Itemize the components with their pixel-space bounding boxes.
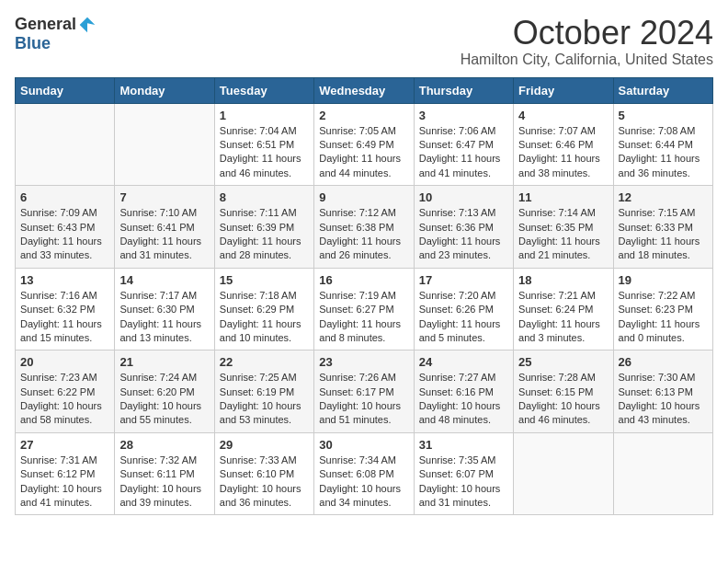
- day-number: 18: [518, 273, 608, 287]
- day-info: Sunrise: 7:13 AMSunset: 6:36 PMDaylight:…: [419, 206, 508, 263]
- header-cell-saturday: Saturday: [613, 77, 712, 103]
- day-info: Sunrise: 7:19 AMSunset: 6:27 PMDaylight:…: [319, 289, 408, 346]
- logo-icon: [78, 16, 97, 34]
- day-number: 4: [518, 109, 608, 122]
- calendar-body: 1Sunrise: 7:04 AMSunset: 6:51 PMDaylight…: [16, 103, 713, 515]
- calendar-cell: 28Sunrise: 7:32 AMSunset: 6:11 PMDayligh…: [115, 432, 214, 515]
- day-info: Sunrise: 7:06 AMSunset: 6:47 PMDaylight:…: [419, 124, 508, 181]
- day-info: Sunrise: 7:05 AMSunset: 6:49 PMDaylight:…: [319, 124, 408, 181]
- day-number: 2: [319, 109, 408, 122]
- day-info: Sunrise: 7:21 AMSunset: 6:24 PMDaylight:…: [518, 289, 608, 346]
- day-number: 10: [419, 190, 508, 204]
- header-cell-wednesday: Wednesday: [314, 77, 414, 103]
- calendar-cell: [115, 103, 214, 186]
- logo-general-text: General: [15, 15, 76, 34]
- calendar-cell: 27Sunrise: 7:31 AMSunset: 6:12 PMDayligh…: [16, 432, 115, 515]
- day-number: 17: [419, 273, 508, 287]
- day-info: Sunrise: 7:35 AMSunset: 6:07 PMDaylight:…: [419, 454, 508, 511]
- calendar-cell: [514, 432, 613, 515]
- calendar-cell: 24Sunrise: 7:27 AMSunset: 6:16 PMDayligh…: [414, 350, 513, 433]
- day-number: 12: [619, 190, 708, 204]
- day-info: Sunrise: 7:14 AMSunset: 6:35 PMDaylight:…: [518, 206, 608, 263]
- day-number: 25: [518, 355, 608, 369]
- day-info: Sunrise: 7:15 AMSunset: 6:33 PMDaylight:…: [619, 206, 708, 263]
- calendar-cell: 4Sunrise: 7:07 AMSunset: 6:46 PMDaylight…: [514, 103, 613, 186]
- calendar-cell: 25Sunrise: 7:28 AMSunset: 6:15 PMDayligh…: [514, 350, 613, 433]
- calendar-cell: 16Sunrise: 7:19 AMSunset: 6:27 PMDayligh…: [314, 268, 414, 350]
- calendar-cell: 21Sunrise: 7:24 AMSunset: 6:20 PMDayligh…: [115, 350, 214, 433]
- calendar-cell: 10Sunrise: 7:13 AMSunset: 6:36 PMDayligh…: [414, 186, 513, 269]
- day-info: Sunrise: 7:33 AMSunset: 6:10 PMDaylight:…: [220, 454, 309, 511]
- calendar-cell: 6Sunrise: 7:09 AMSunset: 6:43 PMDaylight…: [16, 186, 115, 269]
- week-row-2: 6Sunrise: 7:09 AMSunset: 6:43 PMDaylight…: [16, 186, 713, 269]
- calendar-cell: 15Sunrise: 7:18 AMSunset: 6:29 PMDayligh…: [214, 268, 313, 350]
- week-row-5: 27Sunrise: 7:31 AMSunset: 6:12 PMDayligh…: [16, 432, 713, 515]
- day-number: 8: [220, 190, 309, 204]
- day-info: Sunrise: 7:09 AMSunset: 6:43 PMDaylight:…: [20, 206, 109, 263]
- header-cell-friday: Friday: [514, 77, 613, 103]
- calendar-table: SundayMondayTuesdayWednesdayThursdayFrid…: [15, 77, 713, 516]
- day-info: Sunrise: 7:20 AMSunset: 6:26 PMDaylight:…: [419, 289, 508, 346]
- calendar-cell: 17Sunrise: 7:20 AMSunset: 6:26 PMDayligh…: [414, 268, 513, 350]
- logo-blue-text: Blue: [15, 34, 51, 52]
- day-number: 28: [119, 438, 209, 452]
- day-number: 19: [619, 273, 708, 287]
- header-cell-sunday: Sunday: [16, 77, 115, 103]
- day-number: 22: [220, 355, 309, 369]
- calendar-cell: 31Sunrise: 7:35 AMSunset: 6:07 PMDayligh…: [414, 432, 513, 515]
- calendar-cell: 7Sunrise: 7:10 AMSunset: 6:41 PMDaylight…: [115, 186, 214, 269]
- day-number: 3: [419, 109, 508, 122]
- calendar-cell: 22Sunrise: 7:25 AMSunset: 6:19 PMDayligh…: [214, 350, 313, 433]
- calendar-cell: 29Sunrise: 7:33 AMSunset: 6:10 PMDayligh…: [214, 432, 313, 515]
- calendar-cell: 2Sunrise: 7:05 AMSunset: 6:49 PMDaylight…: [314, 103, 414, 186]
- week-row-1: 1Sunrise: 7:04 AMSunset: 6:51 PMDaylight…: [16, 103, 713, 186]
- day-number: 14: [119, 273, 209, 287]
- day-number: 21: [119, 355, 209, 369]
- day-number: 24: [419, 355, 508, 369]
- day-info: Sunrise: 7:25 AMSunset: 6:19 PMDaylight:…: [220, 371, 309, 428]
- day-number: 1: [220, 109, 309, 122]
- calendar-cell: 14Sunrise: 7:17 AMSunset: 6:30 PMDayligh…: [115, 268, 214, 350]
- logo: General Blue: [15, 15, 97, 53]
- calendar-cell: 18Sunrise: 7:21 AMSunset: 6:24 PMDayligh…: [514, 268, 613, 350]
- calendar-cell: 13Sunrise: 7:16 AMSunset: 6:32 PMDayligh…: [16, 268, 115, 350]
- calendar-cell: 19Sunrise: 7:22 AMSunset: 6:23 PMDayligh…: [613, 268, 712, 350]
- day-number: 9: [319, 190, 408, 204]
- day-number: 6: [20, 190, 109, 204]
- calendar-cell: [16, 103, 115, 186]
- day-info: Sunrise: 7:32 AMSunset: 6:11 PMDaylight:…: [119, 454, 209, 511]
- day-info: Sunrise: 7:31 AMSunset: 6:12 PMDaylight:…: [20, 454, 109, 511]
- day-number: 7: [119, 190, 209, 204]
- calendar-cell: 26Sunrise: 7:30 AMSunset: 6:13 PMDayligh…: [613, 350, 712, 433]
- calendar-cell: 11Sunrise: 7:14 AMSunset: 6:35 PMDayligh…: [514, 186, 613, 269]
- day-info: Sunrise: 7:24 AMSunset: 6:20 PMDaylight:…: [119, 371, 209, 428]
- day-info: Sunrise: 7:07 AMSunset: 6:46 PMDaylight:…: [518, 124, 608, 181]
- calendar-cell: 1Sunrise: 7:04 AMSunset: 6:51 PMDaylight…: [214, 103, 313, 186]
- day-number: 16: [319, 273, 408, 287]
- day-number: 27: [20, 438, 109, 452]
- header-cell-tuesday: Tuesday: [214, 77, 313, 103]
- calendar-cell: 5Sunrise: 7:08 AMSunset: 6:44 PMDaylight…: [613, 103, 712, 186]
- day-info: Sunrise: 7:27 AMSunset: 6:16 PMDaylight:…: [419, 371, 508, 428]
- calendar-header: SundayMondayTuesdayWednesdayThursdayFrid…: [16, 77, 713, 103]
- day-number: 13: [20, 273, 109, 287]
- day-info: Sunrise: 7:04 AMSunset: 6:51 PMDaylight:…: [220, 124, 309, 181]
- calendar-cell: 3Sunrise: 7:06 AMSunset: 6:47 PMDaylight…: [414, 103, 513, 186]
- calendar-cell: 30Sunrise: 7:34 AMSunset: 6:08 PMDayligh…: [314, 432, 414, 515]
- week-row-3: 13Sunrise: 7:16 AMSunset: 6:32 PMDayligh…: [16, 268, 713, 350]
- calendar-cell: 23Sunrise: 7:26 AMSunset: 6:17 PMDayligh…: [314, 350, 414, 433]
- month-title: October 2024: [461, 15, 713, 52]
- header-cell-thursday: Thursday: [414, 77, 513, 103]
- page-header: General Blue October 2024 Hamilton City,…: [15, 15, 713, 68]
- day-info: Sunrise: 7:28 AMSunset: 6:15 PMDaylight:…: [518, 371, 608, 428]
- calendar-cell: [613, 432, 712, 515]
- day-number: 26: [619, 355, 708, 369]
- day-info: Sunrise: 7:18 AMSunset: 6:29 PMDaylight:…: [220, 289, 309, 346]
- calendar-cell: 20Sunrise: 7:23 AMSunset: 6:22 PMDayligh…: [16, 350, 115, 433]
- title-area: October 2024 Hamilton City, California, …: [461, 15, 713, 68]
- day-info: Sunrise: 7:34 AMSunset: 6:08 PMDaylight:…: [319, 454, 408, 511]
- day-info: Sunrise: 7:26 AMSunset: 6:17 PMDaylight:…: [319, 371, 408, 428]
- calendar-cell: 12Sunrise: 7:15 AMSunset: 6:33 PMDayligh…: [613, 186, 712, 269]
- calendar-cell: 8Sunrise: 7:11 AMSunset: 6:39 PMDaylight…: [214, 186, 313, 269]
- day-number: 31: [419, 438, 508, 452]
